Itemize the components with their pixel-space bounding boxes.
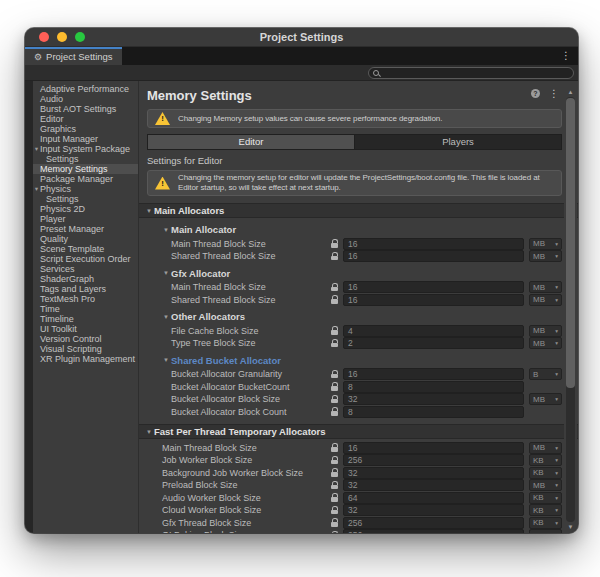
lock-icon[interactable]	[331, 339, 343, 348]
value-input[interactable]: 8	[343, 406, 524, 418]
settings-target-tab[interactable]: Editor	[148, 135, 354, 149]
value-input[interactable]: 32	[343, 393, 524, 405]
unit-dropdown[interactable]: MB ▾	[529, 442, 562, 454]
lock-icon[interactable]	[331, 283, 343, 292]
sidebar-item[interactable]: ▼Tags and Layers	[33, 284, 138, 294]
lock-icon[interactable]	[331, 531, 343, 533]
value-input[interactable]: 16	[343, 250, 524, 262]
unit-dropdown[interactable]: MB ▾	[529, 238, 562, 250]
tab-strip-menu-icon[interactable]: ⋮	[561, 51, 571, 61]
sidebar-item[interactable]: ▼UI Toolkit	[33, 324, 138, 334]
unit-dropdown[interactable]: MB ▾	[529, 479, 562, 491]
scrollbar-down-icon[interactable]: ▼	[564, 524, 577, 531]
subsection-foldout[interactable]: ▼ Gfx Allocator	[163, 268, 562, 279]
scrollbar-thumb[interactable]	[566, 98, 575, 388]
sidebar-item[interactable]: ▼Burst AOT Settings	[33, 104, 138, 114]
scrollbar-track[interactable]	[566, 97, 575, 522]
value-input[interactable]: 32	[343, 467, 524, 479]
sidebar-item[interactable]: ▼Script Execution Order	[33, 254, 138, 264]
pane-menu-icon[interactable]: ⋮	[549, 89, 559, 98]
sidebar-item[interactable]: ▼Memory Settings	[33, 164, 138, 174]
unit-dropdown[interactable]: MB ▾	[529, 294, 562, 306]
unit-dropdown[interactable]: B ▾	[529, 368, 562, 380]
unit-dropdown[interactable]: MB ▾	[529, 337, 562, 349]
sidebar-item[interactable]: ▼Editor	[33, 114, 138, 124]
section-foldout[interactable]: ▼ Fast Per Thread Temporary Allocators	[139, 424, 578, 439]
value-input[interactable]: 32	[343, 504, 524, 516]
lock-icon[interactable]	[331, 395, 343, 404]
search-input[interactable]	[368, 67, 574, 79]
lock-icon[interactable]	[331, 456, 343, 465]
subsection-foldout[interactable]: ▼ Main Allocator	[163, 224, 562, 235]
lock-icon[interactable]	[331, 370, 343, 379]
value-input[interactable]: 16	[343, 442, 524, 454]
value-input[interactable]: 8	[343, 381, 524, 393]
sidebar-item[interactable]: ▼Input System Package	[33, 144, 138, 154]
sidebar-item[interactable]: ▼Services	[33, 264, 138, 274]
sidebar-item[interactable]: ▼Graphics	[33, 124, 138, 134]
sidebar-item[interactable]: ▼ShaderGraph	[33, 274, 138, 284]
lock-icon[interactable]	[331, 518, 343, 527]
sidebar-item[interactable]: ▼Package Manager	[33, 174, 138, 184]
project-settings-tab[interactable]: ⚙ Project Settings	[25, 47, 122, 65]
value-input[interactable]: 16	[343, 368, 524, 380]
sidebar-item[interactable]: ▼Timeline	[33, 314, 138, 324]
settings-target-tab[interactable]: Players	[354, 135, 561, 149]
value-input[interactable]: 4	[343, 325, 524, 337]
unit-dropdown[interactable]: MB ▾	[529, 250, 562, 262]
unit-dropdown[interactable]: MB ▾	[529, 281, 562, 293]
zoom-button[interactable]	[75, 32, 85, 42]
sidebar-item[interactable]: ▼Input Manager	[33, 134, 138, 144]
sidebar-item[interactable]: ▼XR Plugin Management	[33, 354, 138, 364]
lock-icon[interactable]	[331, 382, 343, 391]
value-input[interactable]: 256	[343, 529, 524, 533]
sidebar-item[interactable]: ▼Settings	[33, 194, 138, 204]
sidebar-item[interactable]: ▼Scene Template	[33, 244, 138, 254]
unit-dropdown[interactable]: MB ▾	[529, 325, 562, 337]
unit-dropdown[interactable]: MB ▾	[529, 393, 562, 405]
sidebar-item[interactable]: ▼Preset Manager	[33, 224, 138, 234]
subsection-foldout[interactable]: ▼ Other Allocators	[163, 311, 562, 322]
sidebar-item[interactable]: ▼Time	[33, 304, 138, 314]
value-input[interactable]: 16	[343, 294, 524, 306]
value-input[interactable]: 16	[343, 238, 524, 250]
help-icon[interactable]: ?	[531, 89, 540, 98]
sidebar-item[interactable]: ▼Quality	[33, 234, 138, 244]
sidebar-item[interactable]: ▼Physics 2D	[33, 204, 138, 214]
section-foldout[interactable]: ▼ Main Allocators	[139, 203, 578, 218]
sidebar-item[interactable]: ▼Version Control	[33, 334, 138, 344]
lock-icon[interactable]	[331, 443, 343, 452]
lock-icon[interactable]	[331, 252, 343, 261]
scrollbar-up-icon[interactable]: ▲	[564, 89, 577, 96]
value-input[interactable]: 256	[343, 454, 524, 466]
lock-icon[interactable]	[331, 326, 343, 335]
value-input[interactable]: 64	[343, 492, 524, 504]
sidebar-item[interactable]: ▼Audio	[33, 94, 138, 104]
lock-icon[interactable]	[331, 407, 343, 416]
lock-icon[interactable]	[331, 295, 343, 304]
sidebar-item[interactable]: ▼Adaptive Performance	[33, 84, 138, 94]
value-input[interactable]: 32	[343, 479, 524, 491]
unit-dropdown[interactable]: KB ▾	[529, 467, 562, 479]
unit-dropdown[interactable]: KB ▾	[529, 529, 562, 533]
unit-dropdown[interactable]: KB ▾	[529, 454, 562, 466]
lock-icon[interactable]	[331, 468, 343, 477]
unit-dropdown[interactable]: KB ▾	[529, 492, 562, 504]
unit-dropdown[interactable]: KB ▾	[529, 504, 562, 516]
value-input[interactable]: 16	[343, 281, 524, 293]
lock-icon[interactable]	[331, 239, 343, 248]
minimize-button[interactable]	[57, 32, 67, 42]
sidebar-item[interactable]: ▼Settings	[33, 154, 138, 164]
lock-icon[interactable]	[331, 481, 343, 490]
sidebar-item[interactable]: ▼Visual Scripting	[33, 344, 138, 354]
sidebar-item[interactable]: ▼Physics	[33, 184, 138, 194]
sidebar-item[interactable]: ▼TextMesh Pro	[33, 294, 138, 304]
unit-dropdown[interactable]: KB ▾	[529, 517, 562, 529]
lock-icon[interactable]	[331, 493, 343, 502]
subsection-foldout[interactable]: ▼ Shared Bucket Allocator	[163, 355, 562, 366]
value-input[interactable]: 256	[343, 517, 524, 529]
lock-icon[interactable]	[331, 506, 343, 515]
value-input[interactable]: 2	[343, 337, 524, 349]
close-button[interactable]	[39, 32, 49, 42]
sidebar-item[interactable]: ▼Player	[33, 214, 138, 224]
